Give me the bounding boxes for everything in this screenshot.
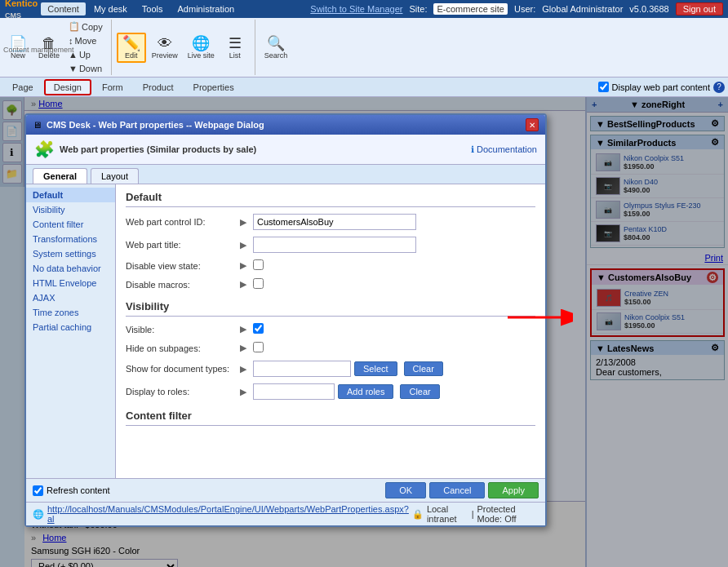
- switch-site-manager[interactable]: Switch to Site Manager: [310, 4, 402, 14]
- edit-icon: ✏️: [122, 36, 140, 51]
- dialog-footer: Refresh content OK Cancel Apply: [26, 478, 545, 502]
- display-to-roles-row: Display to roles: ▶ Add roles Clear: [126, 383, 535, 400]
- search-icon: 🔍: [267, 36, 285, 51]
- down-icon: ▼: [69, 64, 78, 73]
- default-section-title: Default: [126, 191, 535, 207]
- move-icon: ↕: [69, 36, 73, 46]
- tab-general[interactable]: General: [33, 168, 87, 184]
- nav-time-zones[interactable]: Time zones: [26, 305, 115, 320]
- doc-link[interactable]: ℹ Documentation: [471, 144, 537, 155]
- display-webpart-label: Display web part content: [612, 82, 710, 92]
- display-webpart-checkbox[interactable]: [598, 82, 609, 92]
- dialog-title-text: CMS Desk - Web Part properties -- Webpag…: [47, 120, 264, 130]
- globe-icon: 🌐: [33, 509, 44, 520]
- nav-mydesk[interactable]: My desk: [87, 2, 134, 16]
- nav-html-envelope[interactable]: HTML Envelope: [26, 276, 115, 290]
- disable-macros-checkbox[interactable]: [253, 278, 264, 289]
- show-for-doc-types-input[interactable]: [253, 361, 351, 377]
- status-url: http://localhost/Manuals/CMSModules/Port…: [47, 504, 409, 524]
- protected-mode: Protected Mode: Off: [477, 504, 539, 524]
- webpart-title-row: Web part title: ▶: [126, 237, 535, 253]
- disable-view-state-label: Disable view state:: [126, 261, 240, 271]
- disable-view-state-row: Disable view state: ▶: [126, 259, 535, 272]
- webpart-control-id-input[interactable]: [253, 214, 416, 230]
- live-site-button[interactable]: 🌐 Live site: [184, 33, 219, 62]
- visible-row: Visible: ▶: [126, 323, 535, 335]
- content-filter-spacer: [126, 432, 535, 449]
- other-group: 🔍 Search: [260, 20, 297, 75]
- add-roles-button[interactable]: Add roles: [338, 384, 393, 399]
- nav-no-data[interactable]: No data behavior: [26, 261, 115, 276]
- site-name[interactable]: E-commerce site: [433, 3, 508, 15]
- dialog-body: Default Visibility Content filter Transf…: [26, 184, 545, 478]
- webpart-title-input[interactable]: [253, 237, 416, 253]
- preview-icon: 👁: [158, 36, 172, 51]
- live-site-icon: 🌐: [192, 36, 210, 51]
- visible-label: Visible:: [126, 325, 240, 334]
- main-area: 🌳 📄 ℹ 📁 » Home + ▼ zoneRight + ▼ BestSel…: [0, 97, 728, 567]
- help-icon[interactable]: ?: [713, 82, 725, 93]
- dialog-title-icon: 🖥: [33, 120, 42, 130]
- select-doc-types-button[interactable]: Select: [354, 361, 397, 376]
- nav-admin[interactable]: Administration: [171, 2, 242, 16]
- content-management-group: 📄 New 🗑 Delete 📋 Copy ↕ Move ▲ Up: [3, 20, 112, 75]
- clear-doc-types-button[interactable]: Clear: [404, 361, 443, 376]
- nav-tools[interactable]: Tools: [135, 2, 170, 16]
- dialog-content-area: Default Web part control ID: ▶ Web part …: [116, 184, 545, 455]
- edit-button[interactable]: ✏️ Edit: [117, 33, 146, 63]
- dialog-tabs: General Layout: [26, 165, 545, 184]
- nav-content[interactable]: Content: [41, 2, 86, 16]
- sub-toolbar: Page Design Form Product Properties Disp…: [0, 78, 728, 97]
- version: v5.0.3688: [629, 4, 668, 14]
- dialog-header: 🧩 Web part properties (Similar products …: [26, 135, 545, 165]
- arrow-svg: [508, 301, 573, 334]
- toolbar: 📄 New 🗑 Delete 📋 Copy ↕ Move ▲ Up: [0, 18, 728, 78]
- tab-layout[interactable]: Layout: [91, 168, 139, 184]
- down-button[interactable]: ▼ Down: [65, 62, 106, 75]
- footer-left: Refresh content: [33, 485, 110, 496]
- zone-info: Local intranet: [427, 504, 468, 524]
- info-icon: ℹ: [471, 144, 474, 155]
- tab-product[interactable]: Product: [134, 80, 183, 95]
- signout-button[interactable]: Sign out: [676, 2, 723, 16]
- tab-properties[interactable]: Properties: [184, 80, 243, 95]
- kentico-logo: Kentico CMS: [5, 0, 38, 20]
- tab-page[interactable]: Page: [3, 80, 42, 95]
- nav-partial-caching[interactable]: Partial caching: [26, 320, 115, 334]
- clear-roles-button[interactable]: Clear: [400, 384, 439, 399]
- nav-transformations[interactable]: Transformations: [26, 232, 115, 246]
- dialog-header-title: 🧩 Web part properties (Similar products …: [34, 140, 256, 159]
- ok-button[interactable]: OK: [385, 482, 426, 498]
- copy-button[interactable]: 📋 Copy: [65, 20, 106, 33]
- list-button[interactable]: ☰ List: [220, 33, 250, 62]
- tab-design[interactable]: Design: [44, 79, 91, 95]
- refresh-content-checkbox[interactable]: [33, 485, 43, 496]
- hide-on-subpages-checkbox[interactable]: [253, 342, 264, 352]
- disable-macros-label: Disable macros:: [126, 280, 240, 290]
- preview-button[interactable]: 👁 Preview: [148, 33, 182, 62]
- dialog-left-nav: Default Visibility Content filter Transf…: [26, 184, 116, 478]
- nav-content-filter[interactable]: Content filter: [26, 217, 115, 232]
- visible-checkbox[interactable]: [253, 323, 264, 334]
- refresh-content-label: Refresh content: [47, 485, 110, 495]
- search-button[interactable]: 🔍 Search: [260, 33, 292, 62]
- top-bar-right: Switch to Site Manager Site: E-commerce …: [310, 2, 723, 16]
- copy-icon: 📋: [69, 21, 80, 32]
- disable-view-state-checkbox[interactable]: [253, 259, 264, 270]
- tab-form[interactable]: Form: [93, 80, 132, 95]
- webpart-dialog: 🖥 CMS Desk - Web Part properties -- Webp…: [24, 113, 547, 527]
- nav-default[interactable]: Default: [26, 188, 115, 202]
- visibility-section-title: Visibility: [126, 300, 535, 317]
- nav-visibility[interactable]: Visibility: [26, 202, 115, 217]
- dialog-scroll[interactable]: Default Visibility Content filter Transf…: [26, 184, 545, 478]
- display-to-roles-input[interactable]: [253, 383, 335, 400]
- top-bar: Kentico CMS Content My desk Tools Admini…: [0, 0, 728, 18]
- red-arrow-indicator: [508, 301, 573, 335]
- webpart-icon: 🧩: [34, 140, 55, 159]
- cancel-button[interactable]: Cancel: [429, 482, 485, 498]
- dialog-close-button[interactable]: ✕: [526, 118, 539, 131]
- hide-on-subpages-label: Hide on subpages:: [126, 343, 240, 353]
- nav-system-settings[interactable]: System settings: [26, 246, 115, 261]
- apply-button[interactable]: Apply: [488, 482, 539, 498]
- nav-ajax[interactable]: AJAX: [26, 290, 115, 305]
